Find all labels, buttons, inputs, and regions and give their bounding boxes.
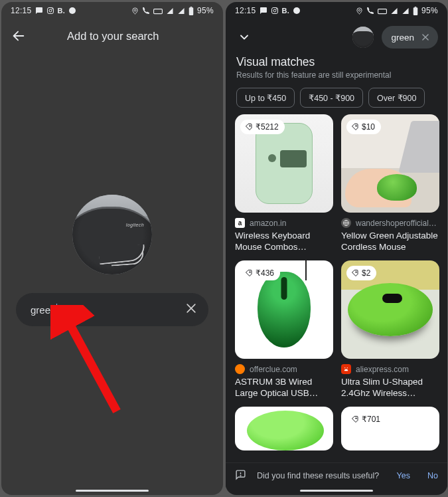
header: Add to your search	[1, 19, 223, 52]
volte-icon	[153, 7, 163, 15]
source-domain: amazon.in	[250, 219, 286, 228]
collapse-button[interactable]	[235, 28, 254, 47]
status-time: 12:15	[11, 6, 32, 15]
price-filter-chip[interactable]: Over ₹900	[368, 88, 425, 108]
svg-point-27	[344, 367, 345, 368]
svg-rect-6	[189, 7, 194, 15]
price-filter-row: Up to ₹450 ₹450 - ₹900 Over ₹900	[226, 80, 447, 114]
result-card[interactable]: $2 aliexpress.com Ultra Slim U-Shaped 2.…	[341, 260, 439, 399]
svg-point-13	[273, 9, 276, 12]
price-badge: ₹701	[346, 412, 386, 427]
home-indicator[interactable]	[300, 490, 373, 492]
result-card[interactable]: ₹436 offerclue.com ASTRUM 3B Wired Large…	[235, 260, 333, 399]
svg-point-23	[356, 126, 357, 127]
svg-point-26	[356, 272, 357, 273]
result-card[interactable]: ₹5212 a amazon.in Wireless Keyboard Mous…	[235, 114, 333, 252]
instagram-icon	[271, 7, 279, 15]
result-card[interactable]: $10 wandershoperofficial.… Yellow Green …	[341, 114, 439, 252]
signal-icon-1	[390, 7, 398, 15]
remove-chip-button[interactable]	[419, 31, 431, 43]
battery-percent: 95%	[421, 6, 438, 15]
svg-point-29	[356, 418, 357, 419]
amazon-favicon: a	[235, 218, 245, 228]
svg-point-16	[358, 9, 360, 11]
signal-icon-1	[166, 7, 174, 15]
source-domain: wandershoperofficial.…	[356, 219, 438, 228]
search-input-value: green	[31, 304, 185, 316]
svg-point-28	[347, 367, 348, 368]
home-indicator[interactable]	[76, 490, 149, 492]
feedback-no-button[interactable]: No	[427, 471, 438, 480]
result-title: Wireless Keyboard Mouse Combos Wireless…	[235, 230, 333, 252]
price-badge: ₹436	[240, 266, 280, 280]
topbar: green	[226, 19, 447, 55]
chip-label: green	[391, 33, 414, 43]
app-b-icon: B.	[58, 7, 66, 15]
search-input[interactable]: green	[16, 293, 208, 326]
result-image: ₹436	[235, 260, 333, 359]
price-badge: $2	[346, 266, 376, 280]
result-card[interactable]	[235, 407, 333, 450]
clear-text-button[interactable]	[185, 302, 198, 318]
section-subtitle: Results for this feature are still exper…	[226, 69, 447, 80]
svg-rect-18	[413, 7, 418, 15]
feedback-yes-button[interactable]: Yes	[397, 471, 410, 480]
feedback-question: Did you find these results useful?	[257, 471, 380, 480]
svg-point-2	[52, 9, 52, 9]
status-bar: 12:15 B.	[1, 2, 223, 19]
result-title: Ultra Slim U-Shaped 2.4Ghz Wireless Mous…	[341, 376, 439, 399]
result-image: $10	[341, 114, 439, 213]
instagram-icon	[46, 7, 54, 15]
result-image	[235, 407, 333, 450]
battery-icon	[413, 7, 418, 15]
search-term-chip[interactable]: green	[382, 26, 438, 49]
svg-rect-19	[415, 7, 417, 7]
svg-point-4	[134, 9, 136, 11]
volte-icon	[378, 7, 387, 15]
status-bar: 12:15 B.	[226, 2, 447, 19]
battery-icon	[188, 7, 194, 15]
price-badge: $10	[346, 120, 381, 134]
text-cursor	[56, 304, 57, 316]
price-filter-chip[interactable]: ₹450 - ₹900	[300, 88, 363, 108]
signal-icon-2	[402, 7, 410, 15]
svg-point-14	[276, 9, 277, 9]
site-favicon	[341, 218, 351, 228]
result-card[interactable]: ₹701	[341, 407, 439, 450]
svg-point-31	[240, 475, 241, 476]
price-badge: ₹5212	[240, 120, 285, 134]
feedback-bar: Did you find these results useful? Yes N…	[226, 462, 447, 488]
location-icon	[131, 7, 139, 15]
section-title: Visual matches	[226, 55, 447, 69]
wifi-calling-icon	[142, 7, 150, 15]
wifi-calling-icon	[366, 7, 374, 15]
page-title: Add to your search	[67, 30, 159, 43]
svg-point-3	[69, 7, 76, 14]
svg-rect-17	[378, 9, 387, 13]
battery-percent: 95%	[197, 6, 214, 15]
svg-point-22	[250, 126, 251, 127]
message-icon	[260, 7, 267, 15]
svg-line-11	[64, 313, 117, 411]
source-domain: aliexpress.com	[356, 365, 409, 374]
price-filter-chip[interactable]: Up to ₹450	[236, 88, 295, 108]
reddit-icon	[293, 7, 301, 15]
svg-point-1	[49, 9, 52, 12]
message-icon	[35, 7, 43, 15]
svg-point-15	[293, 7, 300, 14]
screenshot-right: 12:15 B.	[226, 2, 447, 495]
back-button[interactable]	[9, 27, 28, 45]
result-title: ASTRUM 3B Wired Large Optical USB Mouse …	[235, 376, 333, 399]
source-domain: offerclue.com	[250, 365, 297, 374]
thumb-brand-label: logitech	[126, 223, 144, 227]
svg-rect-5	[154, 9, 163, 13]
result-image: ₹5212	[235, 114, 333, 213]
status-time: 12:15	[235, 6, 256, 15]
screenshot-left: 12:15 B.	[1, 2, 223, 495]
query-image-thumbnail[interactable]	[352, 27, 374, 48]
app-b-icon: B.	[282, 7, 290, 15]
feedback-icon	[235, 469, 246, 482]
site-favicon	[235, 364, 245, 374]
aliexpress-favicon	[341, 364, 351, 374]
query-image-thumbnail[interactable]: logitech	[72, 195, 152, 274]
